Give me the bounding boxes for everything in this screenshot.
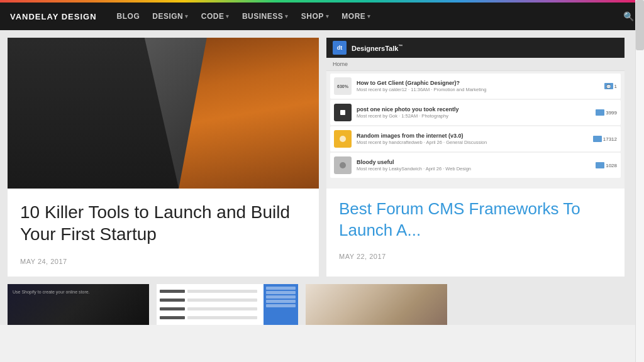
forum-logo: dt [333,41,347,55]
field-item [266,300,296,303]
forum-header: dt DesignersTalk™ [326,38,625,58]
forum-row-count: 3999 [596,109,617,116]
forum-row-count: 1028 [596,162,617,168]
form-row [160,290,257,293]
form-row [160,307,257,310]
nav-link-blog[interactable]: BLOG [112,9,145,23]
forum-row-text: Random images from the internet (v3.0) M… [357,133,588,145]
card-left[interactable]: 10 Killer Tools to Launch and Build Your… [8,38,319,277]
forum-row-meta: Most recent by calder12 · 11:36AM · Prom… [357,87,599,92]
card-right-title: Best Forum CMS Frameworks To Launch A... [339,199,612,241]
chevron-down-icon: ▾ [367,13,371,19]
nav-brand[interactable]: VANDELAY DESIGN [10,12,97,21]
chevron-down-icon: ▾ [185,13,189,19]
form-input [187,290,257,293]
svg-rect-0 [340,110,345,115]
nav-link-code[interactable]: CODE▾ [196,9,235,23]
forum-row-meta: Most recent by Gok · 1:52AM · Photograph… [357,113,591,119]
chevron-down-icon: ▾ [326,13,330,19]
field-item [266,287,296,290]
forum-row-meta: Most recent by LeakySandwich · April 26 … [357,166,591,172]
forum-row-title: Bloody useful [357,159,591,165]
chat-icon [596,109,604,116]
card-left-title: 10 Killer Tools to Launch and Build Your… [20,201,306,245]
nav-link-more[interactable]: MORE▾ [336,9,376,23]
chat-icon: 💬 [604,83,613,89]
form-input [187,316,257,319]
form-input [187,307,257,310]
forum-rows: 630% How to Get Client (Graphic Designer… [326,71,625,180]
scrollbar[interactable] [635,0,644,362]
forum-row: 630% How to Get Client (Graphic Designer… [330,74,621,99]
nav-link-shop[interactable]: SHOP▾ [296,9,335,23]
thumb-shopify-text: Use Shopify to create your online store. [13,289,90,295]
card-right-body: Best Forum CMS Frameworks To Launch A...… [326,189,625,272]
forum-row-icon [334,156,352,174]
field-item [266,291,296,294]
card-right[interactable]: dt DesignersTalk™ Home 630% How to Get C… [326,38,625,277]
form-row [160,299,257,302]
card-left-date: MAY 24, 2017 [20,258,67,265]
forum-site-name: DesignersTalk™ [352,44,402,52]
forum-row: Random images from the internet (v3.0) M… [330,126,621,151]
chat-icon [596,162,604,168]
search-icon[interactable]: 🔍 [623,11,634,21]
thumb-card-1[interactable]: Use Shopify to create your online store. [8,284,149,325]
form-input [187,299,257,302]
card-left-body: 10 Killer Tools to Launch and Build Your… [8,189,319,277]
forum-breadcrumb: Home [326,58,625,71]
forum-row-icon [334,130,352,148]
chevron-down-icon: ▾ [226,13,230,19]
content-area: 10 Killer Tools to Launch and Build Your… [0,30,644,277]
forum-row-title: Random images from the internet (v3.0) [357,133,588,139]
nav-link-business[interactable]: BUSINESS▾ [237,9,294,23]
forum-row-meta: Most recent by handcraftedweb · April 26… [357,140,588,145]
thumb-card-2[interactable] [157,284,298,325]
chevron-down-icon: ▾ [285,13,289,19]
nav-links: BLOG DESIGN▾ CODE▾ BUSINESS▾ SHOP▾ MORE▾ [112,9,623,23]
forum-row-icon [334,104,352,121]
svg-point-1 [340,136,346,142]
chat-icon [593,136,602,142]
card-right-date: MAY 22, 2017 [339,253,386,260]
thumb-card-3[interactable] [306,284,447,325]
forum-row-count: 17312 [593,136,617,142]
form-label [160,307,185,310]
forum-row: Bloody useful Most recent by LeakySandwi… [330,153,621,178]
nav-link-design[interactable]: DESIGN▾ [147,9,194,23]
svg-point-2 [340,162,346,168]
forum-row-text: How to Get Client (Graphic Designer)? Mo… [357,80,599,92]
forum-row-text: Bloody useful Most recent by LeakySandwi… [357,159,591,172]
forum-row-icon: 630% [334,77,352,95]
scrollbar-thumb[interactable] [636,0,644,50]
thumb-card-1-content: Use Shopify to create your online store. [8,284,149,325]
forum-row-title: How to Get Client (Graphic Designer)? [357,80,599,86]
form-fields-panel [264,284,298,325]
field-item [266,295,296,299]
form-row [160,316,257,319]
form-label [160,290,185,293]
form-label [160,299,185,302]
forum-inner: dt DesignersTalk™ Home 630% How to Get C… [326,38,625,189]
card-left-photo [8,38,319,189]
card-left-image [8,38,319,189]
form-label [160,316,185,319]
forum-row-title: post one nice photo you took recently [357,106,591,112]
forum-row: post one nice photo you took recently Mo… [330,100,621,125]
forum-row-text: post one nice photo you took recently Mo… [357,106,591,119]
thumb-row: Use Shopify to create your online store. [0,277,644,325]
navbar: VANDELAY DESIGN BLOG DESIGN▾ CODE▾ BUSIN… [0,3,644,30]
forum-preview: dt DesignersTalk™ Home 630% How to Get C… [326,38,625,189]
forum-row-count: 💬 1 [604,83,617,89]
field-item [266,304,296,307]
